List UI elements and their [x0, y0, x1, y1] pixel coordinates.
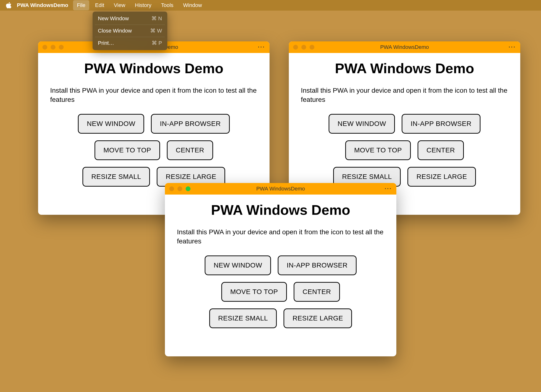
apple-logo-icon[interactable]: [6, 2, 12, 8]
maximize-icon[interactable]: [186, 186, 190, 191]
page-paragraph: Install this PWA in your device and open…: [301, 86, 508, 104]
page-heading: PWA Windows Demo: [177, 202, 384, 218]
menu-item-shortcut: ⌘ P: [152, 40, 162, 46]
system-menubar: PWA WindowsDemo File Edit View History T…: [0, 0, 541, 11]
resize-small-button[interactable]: RESIZE SMALL: [82, 167, 150, 187]
in-app-browser-button[interactable]: IN-APP BROWSER: [402, 114, 480, 134]
page-paragraph: Install this PWA in your device and open…: [177, 228, 384, 246]
menubar-item-edit[interactable]: Edit: [91, 0, 108, 10]
menubar-app-name[interactable]: PWA WindowsDemo: [17, 2, 68, 8]
minimize-icon[interactable]: [51, 45, 55, 50]
window-titlebar[interactable]: PWA WindowsDemo ···: [289, 41, 520, 53]
new-window-button[interactable]: NEW WINDOW: [329, 114, 395, 134]
menu-item-print[interactable]: Print… ⌘ P: [93, 38, 167, 48]
minimize-icon[interactable]: [177, 186, 182, 191]
new-window-button[interactable]: NEW WINDOW: [205, 255, 271, 275]
center-button[interactable]: CENTER: [167, 140, 213, 160]
resize-large-button[interactable]: RESIZE LARGE: [284, 308, 352, 328]
move-to-top-button[interactable]: MOVE TO TOP: [345, 140, 411, 160]
window-content: PWA Windows Demo Install this PWA in you…: [289, 53, 520, 194]
traffic-lights: [169, 186, 190, 191]
window-titlebar[interactable]: PWA WindowsDemo ···: [165, 183, 396, 195]
menubar-item-file[interactable]: File: [73, 0, 89, 10]
in-app-browser-button[interactable]: IN-APP BROWSER: [278, 255, 356, 275]
menu-item-shortcut: ⌘ W: [150, 28, 162, 34]
menu-item-label: New Window: [98, 15, 129, 22]
page-heading: PWA Windows Demo: [50, 60, 257, 76]
button-grid: NEW WINDOW IN-APP BROWSER MOVE TO TOP CE…: [177, 255, 384, 328]
move-to-top-button[interactable]: MOVE TO TOP: [221, 282, 287, 302]
traffic-lights: [293, 45, 314, 50]
button-grid: NEW WINDOW IN-APP BROWSER MOVE TO TOP CE…: [301, 114, 508, 187]
menubar-item-view[interactable]: View: [110, 0, 129, 10]
file-menu-dropdown: New Window ⌘ N Close Window ⌘ W Print… ⌘…: [93, 12, 167, 50]
window-content: PWA Windows Demo Install this PWA in you…: [38, 53, 270, 194]
center-button[interactable]: CENTER: [418, 140, 464, 160]
window-title: PWA WindowsDemo: [380, 44, 429, 50]
more-icon[interactable]: ···: [385, 186, 392, 192]
maximize-icon[interactable]: [310, 45, 314, 50]
button-grid: NEW WINDOW IN-APP BROWSER MOVE TO TOP CE…: [50, 114, 257, 187]
move-to-top-button[interactable]: MOVE TO TOP: [95, 140, 160, 160]
more-icon[interactable]: ···: [258, 44, 265, 50]
in-app-browser-button[interactable]: IN-APP BROWSER: [151, 114, 230, 134]
menu-divider: [95, 25, 165, 25]
resize-large-button[interactable]: RESIZE LARGE: [407, 167, 476, 187]
close-icon[interactable]: [169, 186, 174, 191]
menu-item-label: Print…: [98, 40, 114, 46]
menu-item-new-window[interactable]: New Window ⌘ N: [93, 13, 167, 24]
close-icon[interactable]: [293, 45, 298, 50]
more-icon[interactable]: ···: [509, 44, 516, 50]
minimize-icon[interactable]: [301, 45, 306, 50]
menu-item-label: Close Window: [98, 28, 132, 34]
menubar-item-window[interactable]: Window: [179, 0, 206, 10]
traffic-lights: [42, 45, 64, 50]
pwa-window-3: PWA WindowsDemo ··· PWA Windows Demo Ins…: [165, 183, 396, 356]
menubar-item-history[interactable]: History: [131, 0, 155, 10]
page-heading: PWA Windows Demo: [301, 60, 508, 76]
center-button[interactable]: CENTER: [294, 282, 340, 302]
close-icon[interactable]: [42, 45, 47, 50]
new-window-button[interactable]: NEW WINDOW: [78, 114, 144, 134]
window-title: PWA WindowsDemo: [256, 186, 305, 192]
maximize-icon[interactable]: [59, 45, 64, 50]
resize-small-button[interactable]: RESIZE SMALL: [209, 308, 277, 328]
menubar-item-tools[interactable]: Tools: [157, 0, 177, 10]
window-content: PWA Windows Demo Install this PWA in you…: [165, 195, 396, 335]
menu-item-shortcut: ⌘ N: [151, 15, 162, 22]
menu-divider: [95, 37, 165, 37]
menu-item-close-window[interactable]: Close Window ⌘ W: [93, 26, 167, 36]
page-paragraph: Install this PWA in your device and open…: [50, 86, 257, 104]
